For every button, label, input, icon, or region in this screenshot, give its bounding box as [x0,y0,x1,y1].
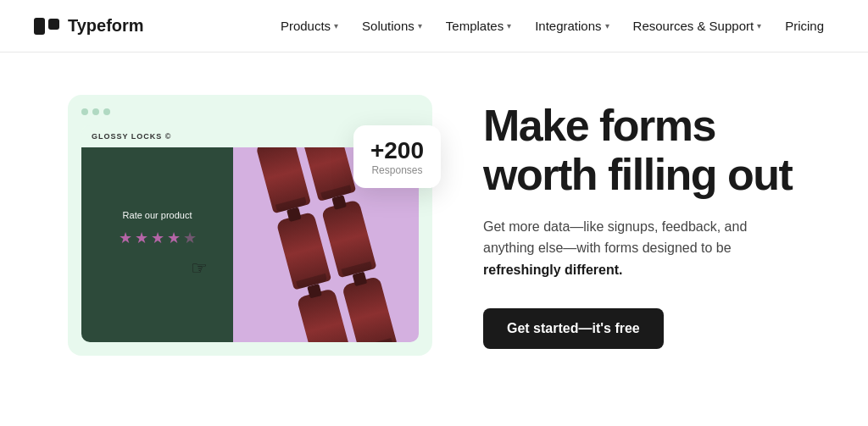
cursor-icon: ☞ [191,257,208,279]
response-count: +200 [370,137,424,164]
bottle-4 [320,199,376,278]
star-3: ★ [151,229,164,247]
chevron-down-icon: ▾ [507,21,511,30]
star-5: ★ [183,229,197,247]
rate-text: Rate our product [123,210,192,220]
nav-item-resources[interactable]: Resources & Support ▾ [623,12,772,40]
chevron-down-icon: ▾ [757,21,761,30]
logo-icon [34,17,61,36]
nav-item-integrations[interactable]: Integrations ▾ [525,12,619,40]
response-label: Responses [370,164,424,176]
star-rating: ★ ★ ★ ★ ★ [119,229,197,247]
bottle-5 [296,288,352,342]
brand-name: GLOSSY LOCKS © [92,132,171,141]
chevron-down-icon: ▾ [418,21,422,30]
star-2: ★ [135,229,148,247]
dot-2 [92,108,99,115]
rate-card: Rate our product ★ ★ ★ ★ ★ ☞ [81,147,233,342]
browser-dots [81,108,419,115]
nav-item-pricing[interactable]: Pricing [775,12,834,40]
nav-item-templates[interactable]: Templates ▾ [436,12,521,40]
cta-button[interactable]: Get started—it's free [483,308,664,349]
product-preview: GLOSSY LOCKS © Rate our product ★ ★ ★ [68,95,432,356]
logo-text: Typeform [68,16,144,36]
nav-item-solutions[interactable]: Solutions ▾ [352,12,432,40]
nav-links: Products ▾ Solutions ▾ Templates ▾ Integ… [270,12,834,40]
hero-title: Make forms worth filling out [483,102,800,198]
logo-link[interactable]: Typeform [34,16,144,36]
response-badge: +200 Responses [353,125,441,188]
chevron-down-icon: ▾ [605,21,609,30]
nav-item-products[interactable]: Products ▾ [270,12,348,40]
dot-1 [81,108,88,115]
bottle-6 [342,276,398,342]
navigation: Typeform Products ▾ Solutions ▾ Template… [0,0,868,53]
bottle-3 [275,212,331,290]
bottle-1 [255,147,311,213]
hero-section: GLOSSY LOCKS © Rate our product ★ ★ ★ [0,53,868,407]
star-4: ★ [167,229,181,247]
chevron-down-icon: ▾ [334,21,338,30]
hero-description: Get more data—like signups, feedback, an… [483,216,800,281]
star-1: ★ [119,229,132,247]
hero-text: Make forms worth filling out Get more da… [483,102,800,348]
dot-3 [103,108,110,115]
